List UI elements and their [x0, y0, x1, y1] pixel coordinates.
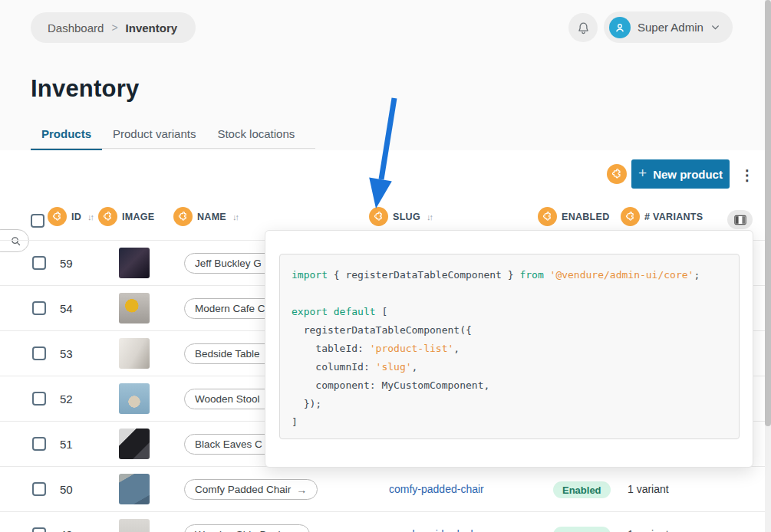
row-checkbox[interactable] — [32, 482, 46, 496]
scrollbar-thumb[interactable] — [765, 0, 771, 426]
sort-icon[interactable]: ↓↑ — [87, 212, 93, 222]
product-thumbnail — [119, 338, 150, 369]
user-name: Super Admin — [638, 21, 703, 34]
code-token: from — [519, 269, 543, 281]
code-token: default — [334, 306, 376, 317]
enabled-badge: Enabled — [553, 481, 611, 498]
code-line: tableId: 'product-list', — [292, 340, 739, 358]
new-product-label: New product — [653, 168, 723, 181]
product-name-label: Jeff Buckley G — [195, 258, 262, 269]
column-header-name[interactable]: NAME ↓↑ — [173, 207, 238, 226]
code-token: }); — [292, 398, 321, 409]
code-snippet-popup: import { registerDataTableComponent } fr… — [265, 230, 753, 468]
variant-count: 1 variant — [628, 467, 669, 512]
breadcrumb-inventory[interactable]: Inventory — [126, 21, 178, 34]
code-token — [544, 269, 550, 281]
product-thumbnail — [119, 383, 150, 414]
row-checkbox[interactable] — [32, 346, 46, 360]
column-label: # VARIANTS — [644, 212, 703, 222]
code-line: columnId: 'slug', — [292, 358, 739, 376]
extension-point-badge[interactable] — [173, 207, 193, 226]
column-header-id[interactable]: ID ↓↑ — [48, 207, 93, 226]
puzzle-icon — [103, 212, 114, 222]
product-name-button[interactable]: Comfy Padded Chair → — [184, 479, 318, 500]
product-thumbnail — [119, 474, 150, 504]
user-menu[interactable]: Super Admin — [604, 11, 733, 43]
puzzle-icon — [542, 212, 553, 222]
row-id: 50 — [60, 467, 73, 512]
table-row[interactable]: 49 Wooden Side Desk → wooden-side-desk E… — [0, 512, 765, 532]
extension-point-badge[interactable] — [621, 207, 640, 226]
code-line: ] — [292, 413, 739, 432]
code-line: export default [ — [292, 303, 739, 321]
tab-product-variants[interactable]: Product variants — [102, 127, 206, 150]
sort-icon[interactable]: ↓↑ — [232, 212, 238, 222]
code-token: , — [453, 343, 460, 354]
product-thumbnail — [119, 519, 150, 532]
scrollbar-track[interactable] — [765, 0, 771, 532]
product-thumbnail — [119, 293, 150, 323]
product-name-label: Black Eaves C — [195, 438, 262, 450]
product-thumbnail — [119, 248, 150, 278]
column-label: ID — [71, 212, 81, 222]
breadcrumb-dashboard[interactable]: Dashboard — [48, 21, 104, 34]
product-thumbnail — [119, 429, 150, 459]
sort-icon[interactable]: ↓↑ — [427, 212, 432, 222]
product-name-label: Modern Cafe C — [195, 303, 265, 314]
tabbar-divider — [31, 148, 315, 149]
extension-point-badge[interactable] — [48, 207, 67, 226]
code-token: 'slug' — [376, 361, 412, 373]
row-id: 59 — [60, 241, 73, 286]
new-product-button[interactable]: + New product — [631, 159, 730, 189]
row-checkbox[interactable] — [32, 301, 46, 315]
notifications-button[interactable] — [568, 13, 598, 42]
user-icon — [614, 21, 626, 34]
row-checkbox[interactable] — [32, 256, 46, 270]
chevron-down-icon — [710, 22, 720, 32]
code-token: ; — [694, 269, 700, 281]
code-line: import { registerDataTableComponent } fr… — [292, 266, 739, 284]
code-token: 'product-list' — [370, 343, 454, 354]
product-name-button[interactable]: Wooden Side Desk → — [184, 524, 310, 532]
row-id: 54 — [60, 286, 73, 331]
table-row[interactable]: 50 Comfy Padded Chair → comfy-padded-cha… — [0, 467, 765, 512]
product-slug-link[interactable]: wooden-side-desk — [389, 512, 476, 532]
code-line: }); — [292, 395, 739, 413]
row-checkbox[interactable] — [32, 437, 46, 451]
product-name-label: Comfy Padded Chair — [195, 484, 291, 495]
column-header-variants[interactable]: # VARIANTS — [621, 207, 703, 226]
code-block: import { registerDataTableComponent } fr… — [279, 254, 740, 439]
row-checkbox[interactable] — [32, 392, 46, 406]
column-header-image[interactable]: IMAGE — [98, 207, 154, 226]
bell-icon — [576, 21, 591, 35]
extension-point-badge[interactable] — [538, 207, 557, 226]
code-token: export — [292, 306, 328, 317]
code-line — [292, 284, 739, 303]
extension-point-badge[interactable] — [98, 207, 117, 226]
column-header-enabled[interactable]: ENABLED — [538, 207, 610, 226]
row-id: 49 — [60, 512, 73, 532]
code-token: import — [292, 269, 328, 281]
column-label: ENABLED — [562, 212, 610, 222]
arrow-right-icon: → — [288, 529, 299, 532]
tab-products[interactable]: Products — [31, 127, 102, 150]
list-options-menu-button[interactable]: ⋮ — [739, 163, 756, 186]
extension-point-badge[interactable] — [607, 164, 627, 184]
arrow-right-icon: → — [296, 484, 307, 496]
code-token: registerDataTableComponent({ — [292, 324, 472, 336]
code-token: [ — [376, 306, 388, 317]
product-name-label: Bedside Table — [195, 348, 260, 360]
code-token: ] — [292, 416, 298, 428]
row-checkbox[interactable] — [32, 527, 46, 532]
code-token: , — [412, 361, 418, 373]
column-visibility-button[interactable] — [727, 210, 753, 229]
product-slug-link[interactable]: comfy-padded-chair — [389, 467, 484, 512]
puzzle-icon — [625, 212, 636, 222]
code-token: component: MyCustomComponent, — [292, 379, 489, 391]
plus-icon: + — [638, 165, 647, 182]
row-id: 53 — [60, 331, 73, 376]
variant-count: 1 variant — [628, 512, 669, 532]
puzzle-icon — [178, 212, 189, 222]
row-id: 52 — [60, 376, 73, 422]
tab-stock-locations[interactable]: Stock locations — [206, 127, 305, 150]
